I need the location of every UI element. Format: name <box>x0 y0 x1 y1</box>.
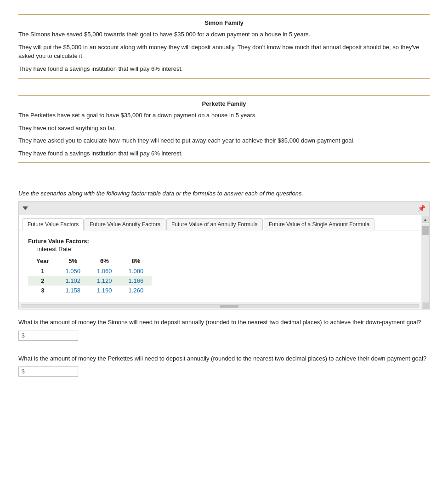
perkette-para-3: They have asked you to calculate how muc… <box>18 136 430 145</box>
instruction-text: Use the scenarios along with the followi… <box>18 190 430 197</box>
cell-5pct: 1.158 <box>57 286 89 295</box>
question1-input-wrap <box>18 331 430 341</box>
scroll-up-button[interactable]: ▲ <box>422 216 429 223</box>
simon-family-title: Simon Family <box>18 19 430 26</box>
factor-table: Year 5% 6% 8% 11.0501.0601.08021.1021.12… <box>28 256 152 295</box>
tab-panel-content: Future Value Factors: interest Rate Year… <box>19 230 421 303</box>
cell-year: 3 <box>28 286 57 295</box>
table-subtitle: interest Rate <box>28 246 412 252</box>
perkette-para-1: The Perkettes have set a goal to have $3… <box>18 111 430 120</box>
simon-para-2: They will put the $5,000 in an account a… <box>18 43 430 61</box>
simon-para-3: They have found a savings institution th… <box>18 64 430 74</box>
pin-icon[interactable]: 📌 <box>418 205 425 212</box>
col-5pct: 5% <box>57 256 89 266</box>
cell-year: 1 <box>28 266 57 276</box>
table-row: 21.1021.1201.166 <box>28 276 152 286</box>
col-year: Year <box>28 256 57 266</box>
question2-input-wrap <box>18 366 430 377</box>
tab-content-area: Future Value Factors Future Value Annuit… <box>19 215 421 309</box>
simon-bottom-divider <box>18 78 430 79</box>
cell-6pct: 1.190 <box>89 286 120 295</box>
cell-8pct: 1.260 <box>120 286 152 295</box>
simon-para-1: The Simons have saved $5,000 towards the… <box>18 30 430 39</box>
cell-8pct: 1.166 <box>120 276 152 286</box>
perkette-bottom-divider <box>18 162 430 163</box>
cell-5pct: 1.102 <box>57 276 89 286</box>
perkette-para-2: They have not saved anything so far. <box>18 124 430 133</box>
question2-text: What is the amount of money the Perkette… <box>18 354 430 363</box>
top-divider <box>18 14 430 15</box>
scroll-thumb <box>422 226 429 235</box>
widget-body: Future Value Factors Future Value Annuit… <box>19 215 429 309</box>
table-row: 11.0501.0601.080 <box>28 266 152 276</box>
vertical-scrollbar[interactable]: ▲ ▼ <box>421 215 429 309</box>
question1-text: What is the amount of money the Simons w… <box>18 318 430 327</box>
cell-8pct: 1.080 <box>120 266 152 276</box>
collapse-icon <box>23 206 28 210</box>
tab-future-value-annuity-formula[interactable]: Future Value of an Annuity Formula <box>166 218 263 230</box>
resize-handle[interactable] <box>423 303 429 309</box>
table-row: 31.1581.1901.260 <box>28 286 152 295</box>
cell-5pct: 1.050 <box>57 266 89 276</box>
question2-input[interactable] <box>18 366 78 377</box>
cell-6pct: 1.120 <box>89 276 120 286</box>
cell-6pct: 1.060 <box>89 266 120 276</box>
table-title: Future Value Factors: <box>28 238 412 245</box>
factor-table-widget: 📌 Future Value Factors Future Value Annu… <box>18 201 430 309</box>
hscroll-track <box>21 304 419 308</box>
col-6pct: 6% <box>89 256 120 266</box>
question1-input[interactable] <box>18 331 78 341</box>
scroll-track <box>422 224 429 301</box>
perkette-para-4: They have found a savings institution th… <box>18 149 430 158</box>
horizontal-scrollbar[interactable] <box>19 303 421 309</box>
perkette-family-title: Perkette Family <box>18 100 430 107</box>
perkette-top-divider <box>18 95 430 96</box>
question1-block: What is the amount of money the Simons w… <box>18 318 430 341</box>
tab-future-value-factors[interactable]: Future Value Factors <box>23 218 84 230</box>
tab-future-value-single-amount-formula[interactable]: Future Value of a Single Amount Formula <box>264 218 374 230</box>
cell-year: 2 <box>28 276 57 286</box>
widget-header[interactable]: 📌 <box>19 202 429 215</box>
col-8pct: 8% <box>120 256 152 266</box>
tabs-bar: Future Value Factors Future Value Annuit… <box>19 215 421 230</box>
tab-future-value-annuity-factors[interactable]: Future Value Annuity Factors <box>85 218 165 230</box>
hscroll-thumb <box>220 305 238 308</box>
question2-block: What is the amount of money the Perkette… <box>18 354 430 377</box>
